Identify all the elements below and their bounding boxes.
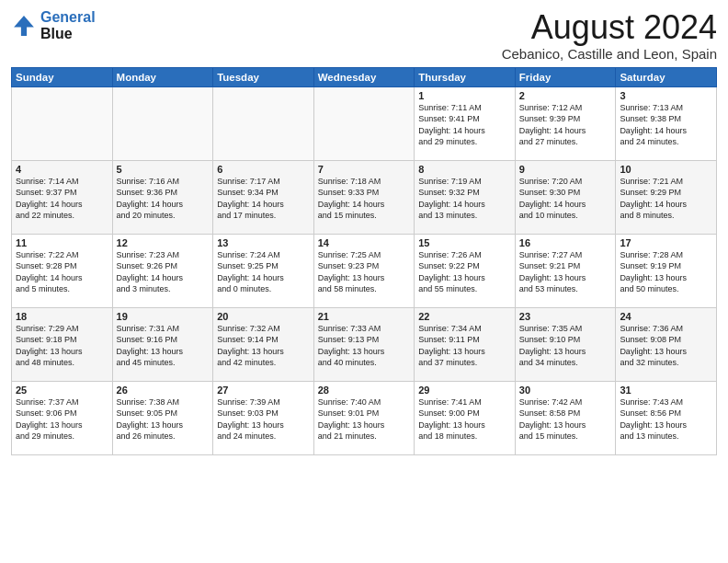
day-info: Sunrise: 7:33 AM Sunset: 9:13 PM Dayligh…: [318, 323, 411, 369]
weekday-header: Saturday: [616, 67, 717, 86]
day-info: Sunrise: 7:13 AM Sunset: 9:38 PM Dayligh…: [620, 102, 712, 148]
calendar: SundayMondayTuesdayWednesdayThursdayFrid…: [11, 67, 717, 455]
day-number: 15: [418, 237, 511, 248]
day-number: 16: [519, 237, 612, 248]
day-number: 27: [217, 385, 310, 396]
calendar-cell: 21Sunrise: 7:33 AM Sunset: 9:13 PM Dayli…: [313, 307, 415, 381]
calendar-cell: 28Sunrise: 7:40 AM Sunset: 9:01 PM Dayli…: [313, 381, 415, 454]
calendar-cell: 1Sunrise: 7:11 AM Sunset: 9:41 PM Daylig…: [415, 86, 516, 160]
calendar-cell: 12Sunrise: 7:23 AM Sunset: 9:26 PM Dayli…: [112, 234, 213, 307]
day-info: Sunrise: 7:27 AM Sunset: 9:21 PM Dayligh…: [519, 249, 612, 295]
day-number: 2: [519, 90, 612, 101]
day-number: 6: [217, 164, 310, 175]
weekday-header: Monday: [112, 67, 213, 86]
calendar-cell: 3Sunrise: 7:13 AM Sunset: 9:38 PM Daylig…: [616, 86, 717, 160]
day-number: 3: [620, 90, 712, 101]
day-info: Sunrise: 7:22 AM Sunset: 9:28 PM Dayligh…: [16, 249, 108, 295]
day-number: 13: [217, 237, 310, 248]
day-info: Sunrise: 7:26 AM Sunset: 9:22 PM Dayligh…: [418, 249, 511, 295]
day-info: Sunrise: 7:19 AM Sunset: 9:32 PM Dayligh…: [418, 176, 511, 222]
calendar-cell: 11Sunrise: 7:22 AM Sunset: 9:28 PM Dayli…: [12, 234, 113, 307]
day-info: Sunrise: 7:31 AM Sunset: 9:16 PM Dayligh…: [117, 323, 210, 369]
weekday-header-row: SundayMondayTuesdayWednesdayThursdayFrid…: [12, 67, 717, 86]
day-number: 17: [620, 237, 712, 248]
calendar-cell: 16Sunrise: 7:27 AM Sunset: 9:21 PM Dayli…: [515, 234, 616, 307]
title-block: August 2024 Cebanico, Castille and Leon,…: [502, 9, 717, 62]
day-info: Sunrise: 7:39 AM Sunset: 9:03 PM Dayligh…: [217, 396, 310, 442]
location-title: Cebanico, Castille and Leon, Spain: [502, 46, 717, 62]
calendar-cell: 7Sunrise: 7:18 AM Sunset: 9:33 PM Daylig…: [313, 160, 415, 234]
calendar-cell: 10Sunrise: 7:21 AM Sunset: 9:29 PM Dayli…: [616, 160, 717, 234]
day-number: 26: [117, 385, 210, 396]
calendar-week-row: 18Sunrise: 7:29 AM Sunset: 9:18 PM Dayli…: [12, 307, 717, 381]
calendar-cell: [213, 86, 314, 160]
day-info: Sunrise: 7:17 AM Sunset: 9:34 PM Dayligh…: [217, 176, 310, 222]
day-number: 14: [318, 237, 411, 248]
calendar-cell: 2Sunrise: 7:12 AM Sunset: 9:39 PM Daylig…: [515, 86, 616, 160]
day-number: 29: [418, 385, 511, 396]
day-number: 12: [117, 237, 210, 248]
calendar-week-row: 1Sunrise: 7:11 AM Sunset: 9:41 PM Daylig…: [12, 86, 717, 160]
day-info: Sunrise: 7:41 AM Sunset: 9:00 PM Dayligh…: [418, 396, 511, 442]
calendar-cell: 26Sunrise: 7:38 AM Sunset: 9:05 PM Dayli…: [112, 381, 213, 454]
calendar-cell: [112, 86, 213, 160]
day-info: Sunrise: 7:11 AM Sunset: 9:41 PM Dayligh…: [418, 102, 511, 148]
weekday-header: Friday: [515, 67, 616, 86]
day-number: 21: [318, 311, 411, 322]
day-number: 22: [418, 311, 511, 322]
day-info: Sunrise: 7:40 AM Sunset: 9:01 PM Dayligh…: [318, 396, 411, 442]
day-number: 1: [418, 90, 511, 101]
day-info: Sunrise: 7:32 AM Sunset: 9:14 PM Dayligh…: [217, 323, 310, 369]
day-info: Sunrise: 7:38 AM Sunset: 9:05 PM Dayligh…: [117, 396, 210, 442]
day-number: 4: [16, 164, 108, 175]
day-info: Sunrise: 7:24 AM Sunset: 9:25 PM Dayligh…: [217, 249, 310, 295]
day-number: 8: [418, 164, 511, 175]
day-info: Sunrise: 7:42 AM Sunset: 8:58 PM Dayligh…: [519, 396, 612, 442]
calendar-cell: 30Sunrise: 7:42 AM Sunset: 8:58 PM Dayli…: [515, 381, 616, 454]
day-info: Sunrise: 7:36 AM Sunset: 9:08 PM Dayligh…: [620, 323, 712, 369]
day-number: 28: [318, 385, 411, 396]
day-info: Sunrise: 7:43 AM Sunset: 8:56 PM Dayligh…: [620, 396, 712, 442]
weekday-header: Sunday: [12, 67, 113, 86]
calendar-cell: 20Sunrise: 7:32 AM Sunset: 9:14 PM Dayli…: [213, 307, 314, 381]
weekday-header: Thursday: [415, 67, 516, 86]
day-number: 5: [117, 164, 210, 175]
header: General Blue August 2024 Cebanico, Casti…: [11, 9, 717, 62]
day-info: Sunrise: 7:23 AM Sunset: 9:26 PM Dayligh…: [117, 249, 210, 295]
calendar-cell: 9Sunrise: 7:20 AM Sunset: 9:30 PM Daylig…: [515, 160, 616, 234]
day-info: Sunrise: 7:14 AM Sunset: 9:37 PM Dayligh…: [16, 176, 108, 222]
day-info: Sunrise: 7:29 AM Sunset: 9:18 PM Dayligh…: [16, 323, 108, 369]
day-number: 31: [620, 385, 712, 396]
calendar-cell: 6Sunrise: 7:17 AM Sunset: 9:34 PM Daylig…: [213, 160, 314, 234]
weekday-header: Wednesday: [313, 67, 415, 86]
calendar-week-row: 11Sunrise: 7:22 AM Sunset: 9:28 PM Dayli…: [12, 234, 717, 307]
day-info: Sunrise: 7:37 AM Sunset: 9:06 PM Dayligh…: [16, 396, 108, 442]
calendar-cell: 22Sunrise: 7:34 AM Sunset: 9:11 PM Dayli…: [415, 307, 516, 381]
calendar-cell: 18Sunrise: 7:29 AM Sunset: 9:18 PM Dayli…: [12, 307, 113, 381]
calendar-week-row: 4Sunrise: 7:14 AM Sunset: 9:37 PM Daylig…: [12, 160, 717, 234]
day-number: 20: [217, 311, 310, 322]
calendar-cell: 24Sunrise: 7:36 AM Sunset: 9:08 PM Dayli…: [616, 307, 717, 381]
month-title: August 2024: [502, 9, 717, 46]
calendar-cell: 23Sunrise: 7:35 AM Sunset: 9:10 PM Dayli…: [515, 307, 616, 381]
day-number: 10: [620, 164, 712, 175]
day-number: 24: [620, 311, 712, 322]
day-number: 18: [16, 311, 108, 322]
day-info: Sunrise: 7:21 AM Sunset: 9:29 PM Dayligh…: [620, 176, 712, 222]
main-container: General Blue August 2024 Cebanico, Casti…: [0, 0, 728, 463]
svg-marker-0: [14, 16, 34, 36]
logo: General Blue: [11, 9, 96, 41]
calendar-week-row: 25Sunrise: 7:37 AM Sunset: 9:06 PM Dayli…: [12, 381, 717, 454]
calendar-cell: 13Sunrise: 7:24 AM Sunset: 9:25 PM Dayli…: [213, 234, 314, 307]
day-number: 7: [318, 164, 411, 175]
calendar-cell: 25Sunrise: 7:37 AM Sunset: 9:06 PM Dayli…: [12, 381, 113, 454]
calendar-cell: 31Sunrise: 7:43 AM Sunset: 8:56 PM Dayli…: [616, 381, 717, 454]
calendar-cell: 8Sunrise: 7:19 AM Sunset: 9:32 PM Daylig…: [415, 160, 516, 234]
calendar-cell: [12, 86, 113, 160]
calendar-cell: 15Sunrise: 7:26 AM Sunset: 9:22 PM Dayli…: [415, 234, 516, 307]
day-info: Sunrise: 7:34 AM Sunset: 9:11 PM Dayligh…: [418, 323, 511, 369]
day-info: Sunrise: 7:28 AM Sunset: 9:19 PM Dayligh…: [620, 249, 712, 295]
weekday-header: Tuesday: [213, 67, 314, 86]
day-info: Sunrise: 7:12 AM Sunset: 9:39 PM Dayligh…: [519, 102, 612, 148]
logo-icon: [11, 13, 37, 39]
